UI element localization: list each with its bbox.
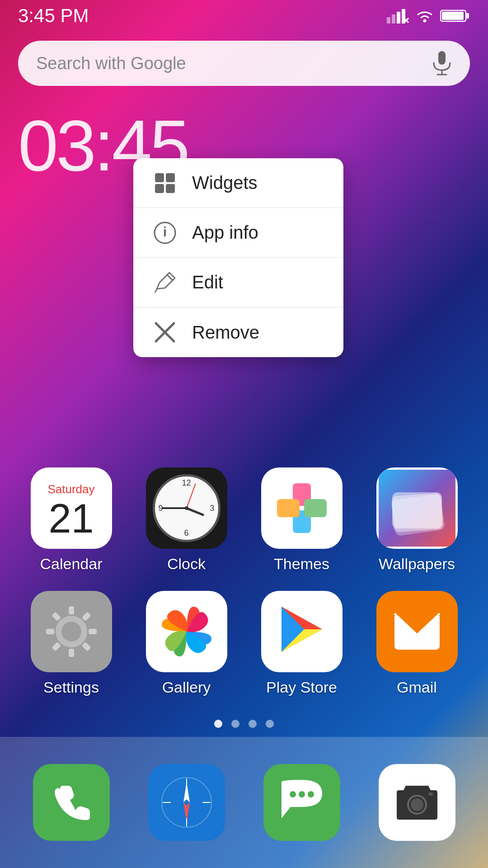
widgets-label: Widgets (192, 173, 258, 193)
calendar-label: Calendar (40, 555, 103, 573)
playstore-label: Play Store (266, 679, 337, 696)
remove-icon (151, 319, 178, 346)
dot-3[interactable] (249, 720, 257, 728)
svg-rect-2 (397, 12, 400, 24)
dock-messages[interactable] (263, 764, 340, 841)
mic-icon[interactable] (432, 50, 452, 76)
svg-point-60 (308, 791, 314, 797)
svg-rect-36 (89, 629, 97, 634)
svg-rect-0 (387, 17, 390, 24)
gallery-label: Gallery (162, 679, 211, 696)
remove-label: Remove (192, 322, 259, 343)
svg-rect-9 (442, 12, 464, 20)
settings-label: Settings (43, 679, 99, 696)
gallery-icon (146, 591, 227, 672)
gmail-icon (376, 591, 458, 672)
svg-rect-40 (46, 629, 54, 634)
playstore-icon (261, 591, 343, 672)
menu-item-widgets[interactable]: Widgets (133, 158, 343, 208)
menu-item-app-info[interactable]: i App info (133, 208, 343, 258)
svg-rect-25 (277, 499, 300, 517)
signal-icon (387, 8, 409, 24)
svg-rect-14 (166, 173, 175, 182)
edit-icon (151, 269, 178, 296)
svg-rect-1 (392, 14, 395, 24)
search-bar[interactable]: Search with Google (18, 41, 470, 86)
dock-phone[interactable] (33, 764, 110, 841)
widgets-icon (151, 170, 178, 197)
svg-rect-34 (69, 606, 74, 614)
app-item-gallery[interactable]: Gallery (137, 591, 236, 696)
app-row-1: Saturday 21 Calendar 12 3 6 9 (14, 467, 474, 573)
svg-rect-8 (466, 13, 469, 19)
svg-point-59 (299, 791, 305, 797)
context-menu: Widgets i App info Edit Rem (133, 158, 343, 357)
page-dots (0, 720, 488, 728)
clock-icon: 12 3 6 9 (146, 467, 227, 549)
app-item-clock[interactable]: 12 3 6 9 Clock (137, 467, 236, 573)
svg-rect-30 (392, 492, 442, 528)
app-grid: Saturday 21 Calendar 12 3 6 9 (0, 467, 488, 714)
svg-rect-38 (69, 649, 74, 657)
app-info-label: App info (192, 222, 258, 243)
themes-label: Themes (274, 555, 329, 573)
svg-rect-10 (438, 51, 446, 65)
calendar-date: 21 (48, 498, 94, 539)
dock (0, 737, 488, 868)
app-item-themes[interactable]: Themes (252, 467, 352, 573)
app-item-playstore[interactable]: Play Store (252, 591, 352, 696)
info-icon: i (151, 219, 178, 246)
app-row-2: Settings Gallery (14, 591, 474, 696)
battery-icon (440, 9, 470, 23)
gmail-label: Gmail (397, 679, 437, 696)
status-time: 3:45 PM (18, 5, 89, 27)
svg-point-58 (290, 791, 296, 797)
svg-text:i: i (163, 224, 167, 239)
dot-1[interactable] (214, 720, 222, 728)
svg-point-6 (423, 19, 427, 23)
wifi-icon (415, 8, 435, 24)
clock-label: Clock (167, 555, 206, 573)
wallpapers-icon (376, 467, 458, 549)
svg-rect-13 (155, 173, 164, 182)
wallpapers-label: Wallpapers (379, 555, 455, 573)
app-item-settings[interactable]: Settings (22, 591, 121, 696)
svg-rect-26 (304, 499, 327, 517)
svg-rect-63 (428, 793, 433, 796)
dock-camera[interactable] (379, 764, 455, 841)
app-item-calendar[interactable]: Saturday 21 Calendar (22, 467, 121, 573)
calendar-day: Saturday (31, 478, 112, 498)
app-item-gmail[interactable]: Gmail (367, 591, 467, 696)
status-bar: 3:45 PM (0, 0, 488, 32)
edit-label: Edit (192, 272, 223, 292)
svg-rect-16 (166, 184, 175, 193)
themes-icon (261, 467, 343, 549)
app-item-wallpapers[interactable]: Wallpapers (367, 467, 467, 573)
svg-point-62 (411, 798, 423, 811)
status-icons (387, 8, 470, 24)
settings-icon (31, 591, 112, 672)
svg-point-42 (64, 624, 79, 639)
dot-4[interactable] (266, 720, 274, 728)
calendar-icon: Saturday 21 (31, 467, 112, 549)
search-placeholder: Search with Google (36, 54, 432, 73)
svg-rect-15 (155, 184, 164, 193)
menu-item-remove[interactable]: Remove (133, 307, 343, 357)
dock-safari[interactable] (148, 764, 225, 841)
dot-2[interactable] (231, 720, 239, 728)
svg-line-20 (155, 289, 157, 292)
menu-item-edit[interactable]: Edit (133, 258, 343, 307)
